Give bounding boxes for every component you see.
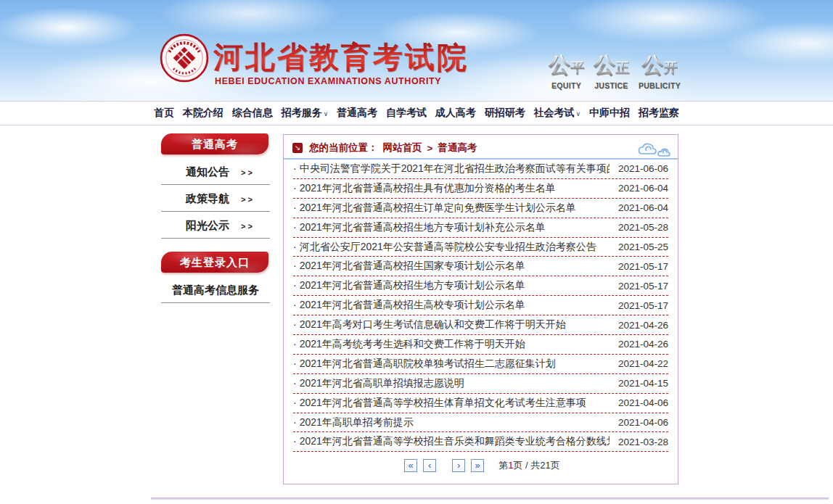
sidebar-item-policy-guide[interactable]: 政策导航>> [161, 185, 270, 212]
news-date: 2021-05-17 [618, 281, 668, 292]
news-date: 2021-04-26 [618, 320, 668, 331]
news-link[interactable]: ·2021年河北省普通高校招生国家专项计划公示名单 [293, 260, 610, 273]
news-link[interactable]: ·2021年河北省普通高校招生地方专项计划公示名单 [293, 279, 610, 292]
news-link[interactable]: ·2021年高职单招考前提示 [293, 416, 610, 429]
news-title-text: 2021年河北省普通高校招生地方专项计划补充公示名单 [300, 221, 546, 233]
motto-equity: 公平 EQUITY [549, 51, 584, 90]
news-link[interactable]: ·中央司法警官学院关于2021年在河北省招生政治考察面试等有关事项的公告 [293, 162, 610, 175]
motto-publicity: 公开 PUBLICITY [639, 51, 681, 90]
motto-justice-en: JUSTICE [594, 81, 629, 90]
nav-item-general-info[interactable]: 综合信息 [232, 107, 273, 120]
sidebar-item-sunshine-publicity[interactable]: 阳光公示>> [161, 212, 270, 239]
news-title-text: 2021年河北省普通高等学校招生体育单招文化考试考生注意事项 [300, 397, 586, 408]
content-panel: ↘ 您的当前位置： 网站首页 > 普通高考 ·中央司法警官学院关于2021年在河… [283, 134, 678, 484]
news-link[interactable]: ·2021年河北省普通高等学校招生体育单招文化考试考生注意事项 [293, 397, 610, 410]
news-date: 2021-04-15 [618, 378, 668, 389]
news-link[interactable]: ·2021年河北省普通高校招生地方专项计划补充公示名单 [293, 221, 610, 234]
news-row: ·中央司法警官学院关于2021年在河北省招生政治考察面试等有关事项的公告 202… [293, 160, 668, 179]
first-page-button[interactable]: « [404, 459, 417, 472]
news-date: 2021-03-28 [618, 437, 668, 447]
nav-item-self-study-exam[interactable]: 自学考试 [386, 107, 427, 120]
bullet-icon: · [293, 162, 297, 174]
site-seal-logo[interactable] [160, 33, 209, 83]
nav-item-postgraduate[interactable]: 研招研考 [485, 107, 525, 120]
news-date: 2021-06-04 [618, 183, 668, 194]
news-row: ·2021年高考对口考生考试信息确认和交费工作将于明天开始 2021-04-26 [293, 315, 668, 335]
bullet-icon: · [293, 338, 297, 350]
site-title-english: HEBEI EDUCATION EXAMINATIONS AUTHORITY [215, 76, 441, 86]
chevron-down-icon: ∨ [324, 110, 329, 117]
sidebar-menu-login: 普通高考信息服务 [161, 276, 270, 303]
motto-equity-zh: 公平 [549, 51, 584, 80]
nav-item-secondary-admission[interactable]: 中师中招 [589, 107, 630, 120]
sidebar-item-notices[interactable]: 通知公告>> [161, 158, 270, 185]
news-title-text: 2021年河北省普通高职院校单独考试招生二志愿征集计划 [300, 358, 556, 369]
news-row: ·2021年河北省普通高校招生地方专项计划补充公示名单 2021-05-28 [293, 218, 668, 238]
last-page-button[interactable]: » [471, 459, 484, 472]
news-date: 2021-04-06 [618, 417, 668, 428]
news-title-text: 2021年河北省普通高校招生具有优惠加分资格的考生名单 [300, 182, 556, 194]
bullet-icon: · [293, 279, 297, 291]
nav-item-social-exam[interactable]: 社会考试∨ [534, 107, 581, 120]
breadcrumb-location-icon: ↘ [292, 143, 303, 153]
news-row: ·2021年河北省普通高校招生订单定向免费医学生计划公示名单 2021-06-0… [293, 199, 668, 218]
breadcrumb-home-link[interactable]: 网站首页 [383, 141, 422, 154]
bullet-icon: · [293, 435, 297, 447]
prev-page-button[interactable]: ‹ [423, 459, 436, 472]
news-row: ·2021年高职单招考前提示 2021-04-06 [293, 413, 668, 433]
news-title-text: 中央司法警官学院关于2021年在河北省招生政治考察面试等有关事项的公告 [300, 162, 610, 174]
news-date: 2021-04-06 [618, 397, 668, 408]
bullet-icon: · [293, 260, 297, 271]
main-nav: 首页 本院介绍 综合信息 招考服务∨ 普通高考 自学考试 成人高考 研招研考 社… [0, 101, 833, 125]
nav-item-regular-gaokao[interactable]: 普通高考 [337, 107, 377, 120]
news-link[interactable]: ·2021年河北省普通高职院校单独考试招生二志愿征集计划 [293, 358, 610, 371]
cloud-decoration-icon [637, 140, 672, 162]
news-link[interactable]: ·2021年河北省普通高校招生高校专项计划公示名单 [293, 299, 610, 312]
nav-item-home[interactable]: 首页 [154, 107, 174, 120]
news-link[interactable]: ·2021年高考统考考生选科和交费工作将于明天开始 [293, 338, 610, 351]
bullet-icon: · [293, 182, 297, 194]
breadcrumb-separator: > [427, 143, 433, 154]
bullet-icon: · [293, 241, 297, 252]
news-title-text: 2021年河北省普通高校招生高校专项计划公示名单 [300, 299, 525, 310]
news-link[interactable]: ·2021年河北省普通高校招生具有优惠加分资格的考生名单 [293, 182, 610, 195]
news-row: ·2021年河北省普通高校招生国家专项计划公示名单 2021-05-17 [293, 257, 668, 276]
news-row: ·河北省公安厅2021年公安普通高等院校公安专业招生政治考察公告 2021-05… [293, 238, 668, 257]
news-link[interactable]: ·河北省公安厅2021年公安普通高等院校公安专业招生政治考察公告 [293, 241, 610, 254]
next-page-button[interactable]: › [452, 459, 465, 472]
seal-icon [160, 33, 209, 83]
nav-item-adult-gaokao[interactable]: 成人高考 [435, 107, 476, 120]
bullet-icon: · [293, 202, 297, 213]
bullet-icon: · [293, 221, 297, 233]
breadcrumb: ↘ 您的当前位置： 网站首页 > 普通高考 [284, 138, 678, 160]
pagination: « ‹ › » 第1页 / 共21页 [284, 459, 678, 472]
double-arrow-icon: >> [241, 195, 255, 204]
news-link[interactable]: ·2021年河北省高职单招填报志愿说明 [293, 377, 610, 390]
news-title-text: 河北省公安厅2021年公安普通高等院校公安专业招生政治考察公告 [300, 241, 596, 252]
news-link[interactable]: ·2021年高考对口考生考试信息确认和交费工作将于明天开始 [293, 318, 610, 331]
news-date: 2021-05-17 [618, 261, 668, 272]
site-title: 河北省教育考试院 [213, 38, 469, 78]
main-nav-inner: 首页 本院介绍 综合信息 招考服务∨ 普通高考 自学考试 成人高考 研招研考 社… [154, 102, 679, 125]
news-row: ·2021年河北省普通高等学校招生体育单招文化考试考生注意事项 2021-04-… [293, 394, 668, 413]
page-indicator: 第1页 / 共21页 [498, 459, 560, 472]
motto-justice: 公正 JUSTICE [594, 51, 629, 90]
news-row: ·2021年高考统考考生选科和交费工作将于明天开始 2021-04-26 [293, 335, 668, 355]
nav-item-about[interactable]: 本院介绍 [183, 107, 223, 120]
news-row: ·2021年河北省普通高等学校招生音乐类和舞蹈类专业统考合格分数线划定 2021… [293, 432, 668, 452]
sidebar-item-gaokao-info-service[interactable]: 普通高考信息服务 [161, 276, 270, 303]
news-link[interactable]: ·2021年河北省普通高等学校招生音乐类和舞蹈类专业统考合格分数线划定 [293, 435, 610, 448]
nav-item-exam-services[interactable]: 招考服务∨ [282, 107, 329, 120]
bullet-icon: · [293, 416, 297, 428]
bullet-icon: · [293, 397, 297, 408]
motto-publicity-zh: 公开 [639, 51, 681, 80]
nav-item-exam-supervision[interactable]: 招考监察 [639, 107, 679, 120]
footer-divider [151, 497, 829, 500]
news-date: 2021-06-04 [618, 202, 668, 213]
news-title-text: 2021年高职单招考前提示 [300, 416, 414, 428]
chevron-down-icon: ∨ [576, 110, 581, 117]
news-link[interactable]: ·2021年河北省普通高校招生订单定向免费医学生计划公示名单 [293, 202, 610, 215]
sidebar-section-title-login: 考生登录入口 [161, 252, 268, 273]
news-list: ·中央司法警官学院关于2021年在河北省招生政治考察面试等有关事项的公告 202… [284, 160, 678, 452]
total-pages: 21 [540, 460, 550, 471]
